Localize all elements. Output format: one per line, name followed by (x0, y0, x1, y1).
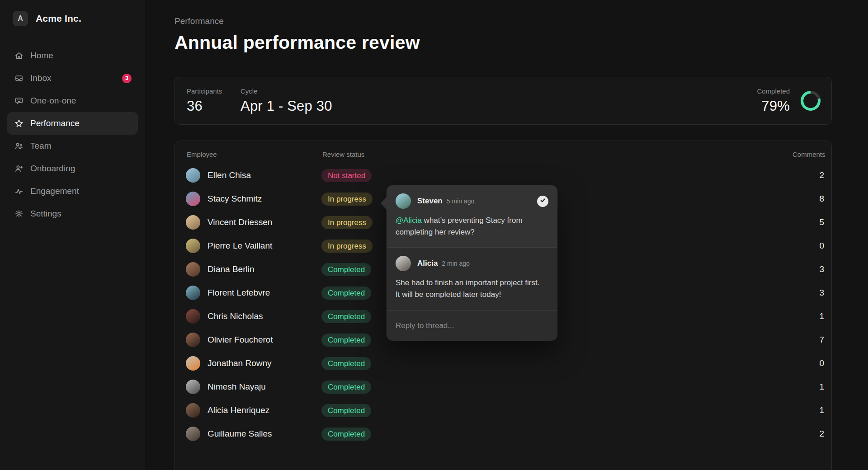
status-badge[interactable]: In progress (321, 193, 373, 206)
sidebar-item-label: Home (30, 51, 53, 61)
status-badge[interactable]: In progress (321, 216, 373, 229)
comments-count: 2 (793, 429, 824, 439)
sidebar: A Acme Inc. HomeInbox3One-on-onePerforma… (0, 0, 145, 470)
cycle-label: Cycle (241, 87, 332, 95)
status-cell: Completed (321, 428, 793, 441)
status-badge[interactable]: Completed (321, 381, 371, 394)
comments-count: 1 (793, 311, 824, 321)
comment-author-name: Steven (417, 197, 443, 206)
status-badge[interactable]: Completed (321, 357, 371, 370)
sidebar-item-settings[interactable]: Settings (7, 202, 138, 225)
participants-stat: Participants 36 (187, 87, 241, 114)
status-badge[interactable]: Not started (321, 169, 372, 182)
status-cell: Completed (321, 357, 793, 370)
page-title: Annual performance review (175, 32, 832, 53)
employee-cell: Guillaume Salles (186, 427, 321, 441)
sidebar-item-performance[interactable]: Performance (7, 112, 138, 135)
employee-name: Stacy Schmitz (208, 194, 262, 204)
status-cell: Completed (321, 404, 793, 417)
cycle-value: Apr 1 - Sep 30 (241, 98, 332, 114)
sidebar-item-inbox[interactable]: Inbox3 (7, 67, 138, 89)
table-row[interactable]: Alicia HenriquezCompleted1 (186, 399, 824, 422)
comment-timestamp: 5 min ago (447, 197, 474, 205)
status-badge[interactable]: Completed (321, 404, 371, 417)
sidebar-item-home[interactable]: Home (7, 44, 138, 67)
user-plus-icon (14, 164, 24, 173)
employee-avatar (186, 356, 200, 371)
employee-avatar (186, 262, 200, 277)
status-badge[interactable]: Completed (321, 263, 371, 276)
employee-name: Guillaume Salles (208, 429, 272, 439)
employee-avatar (186, 239, 200, 253)
employee-avatar (186, 168, 200, 183)
status-cell: Not started (321, 169, 793, 182)
employee-cell: Stacy Schmitz (186, 192, 321, 206)
table-row[interactable]: Guillaume SallesCompleted2 (186, 422, 824, 446)
chat-smile-icon (14, 96, 24, 105)
table-header: Employee Review status Comments (186, 150, 824, 158)
status-cell: Completed (321, 381, 793, 394)
comment-author-avatar (396, 256, 411, 271)
employee-cell: Pierre Le Vaillant (186, 239, 321, 253)
comments-count: 8 (793, 194, 824, 204)
employee-name: Jonathan Rowny (208, 358, 272, 368)
sidebar-item-label: Inbox (30, 73, 51, 83)
company-name: Acme Inc. (36, 13, 81, 24)
status-badge[interactable]: In progress (321, 240, 373, 253)
completed-label: Completed (757, 87, 790, 95)
workspace-switcher[interactable]: A Acme Inc. (0, 0, 145, 26)
status-badge[interactable]: Completed (321, 334, 371, 347)
employee-name: Pierre Le Vaillant (208, 241, 272, 251)
sidebar-item-one-on-one[interactable]: One-on-one (7, 89, 138, 112)
sidebar-item-onboarding[interactable]: Onboarding (7, 157, 138, 180)
participants-value: 36 (187, 98, 241, 114)
mention-link[interactable]: @Alicia (396, 216, 422, 225)
comments-count: 2 (793, 170, 824, 180)
status-badge[interactable]: Completed (321, 287, 371, 300)
comment-text: She had to finish an important project f… (396, 277, 545, 301)
company-logo: A (13, 11, 28, 26)
sidebar-item-label: Performance (30, 118, 80, 128)
table-row[interactable]: Jonathan RownyCompleted0 (186, 352, 824, 375)
employee-cell: Alicia Henriquez (186, 403, 321, 418)
employee-cell: Nimesh Nayaju (186, 380, 321, 394)
gear-icon (14, 209, 24, 218)
employee-name: Chris Nicholas (208, 311, 263, 321)
employee-avatar (186, 333, 200, 347)
home-icon (14, 51, 24, 60)
employee-cell: Diana Berlin (186, 262, 321, 277)
column-comments: Comments (793, 150, 824, 158)
progress-ring (801, 91, 821, 111)
employee-name: Vincent Driessen (208, 217, 272, 227)
employee-cell: Chris Nicholas (186, 309, 321, 324)
comment-author-avatar (396, 193, 411, 209)
comment-thread-popup: Steven5 min ago@Alicia what’s preventing… (387, 185, 557, 341)
column-review-status: Review status (322, 150, 793, 158)
employee-cell: Florent Lefebvre (186, 286, 321, 300)
employee-avatar (186, 286, 200, 300)
employee-avatar (186, 309, 200, 324)
sidebar-item-label: Onboarding (30, 164, 75, 174)
comment-timestamp: 2 min ago (442, 260, 469, 267)
table-row[interactable]: Nimesh NayajuCompleted1 (186, 375, 824, 399)
sidebar-item-label: One-on-one (30, 96, 76, 106)
thread-comment: Steven5 min ago@Alicia what’s preventing… (387, 185, 557, 247)
cycle-stat: Cycle Apr 1 - Sep 30 (241, 87, 332, 114)
status-badge[interactable]: Completed (321, 310, 371, 323)
sidebar-item-team[interactable]: Team (7, 135, 138, 157)
sidebar-item-engagement[interactable]: Engagement (7, 180, 138, 202)
comment-text: @Alicia what’s preventing Stacy from com… (396, 215, 545, 238)
status-badge[interactable]: Completed (321, 428, 371, 441)
reply-input[interactable]: Reply to thread... (387, 310, 557, 341)
column-employee: Employee (187, 150, 322, 158)
employee-name: Olivier Foucherot (208, 335, 273, 345)
employee-avatar (186, 215, 200, 230)
table-row[interactable]: Ellen ChisaNot started2 (186, 164, 824, 187)
completed-value: 79% (757, 98, 790, 114)
employee-avatar (186, 192, 200, 206)
employee-avatar (186, 427, 200, 441)
comments-count: 7 (793, 335, 824, 345)
resolve-thread-button[interactable] (537, 196, 548, 207)
cycle-summary-card: Participants 36 Cycle Apr 1 - Sep 30 Com… (175, 77, 832, 125)
comments-count: 3 (793, 288, 824, 298)
